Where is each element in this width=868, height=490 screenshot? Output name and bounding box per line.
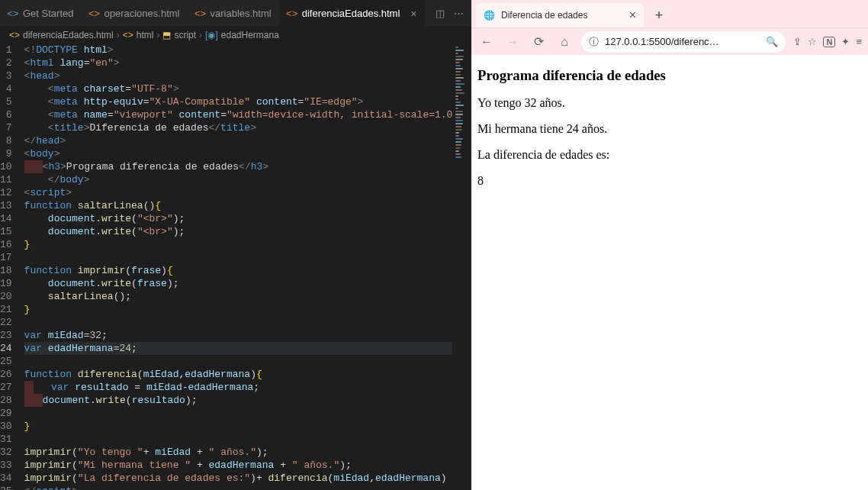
code-line[interactable]: document.write(frase); <box>24 277 453 290</box>
home-button[interactable]: ⌂ <box>555 33 574 51</box>
code-line[interactable]: <!DOCTYPE html> <box>24 44 453 56</box>
code-line[interactable]: imprimir("La diferencia de edades es:")+… <box>24 472 453 485</box>
code-line[interactable]: var miEdad=32; <box>24 329 453 342</box>
tab-label: Get Started <box>23 8 73 19</box>
browser-tab-title: Diferencia de edades <box>501 10 587 21</box>
code-line[interactable]: <script> <box>24 186 453 199</box>
code-line[interactable]: <title>Diferencia de edades</title> <box>24 121 453 134</box>
html-icon: <> <box>88 8 99 19</box>
vscode-editor: <>Get Started<>operaciones.html<>variabl… <box>0 0 471 490</box>
close-icon[interactable]: × <box>410 8 416 20</box>
code-line[interactable] <box>24 355 453 368</box>
script-icon: ⬒ <box>162 30 171 40</box>
code-line[interactable]: <html lang="en"> <box>24 56 453 69</box>
new-tab-button[interactable]: + <box>648 8 670 24</box>
page-text: La diferencia de edades es: <box>477 148 862 162</box>
code-line[interactable]: <meta charset="UTF-8"> <box>24 82 453 95</box>
menu-icon[interactable]: ≡ <box>856 36 862 47</box>
code-line[interactable]: <head> <box>24 69 453 82</box>
code-line[interactable] <box>24 251 453 264</box>
code-line[interactable]: imprimir("Yo tengo "+ miEdad + " años.")… <box>24 446 453 459</box>
split-editor-icon[interactable]: ◫ <box>436 8 445 19</box>
code-line[interactable] <box>24 407 453 420</box>
code-line[interactable] <box>24 316 453 329</box>
star-icon[interactable]: ☆ <box>808 36 817 47</box>
code-line[interactable] <box>24 433 453 446</box>
code-line[interactable]: function saltarLinea(){ <box>24 199 453 212</box>
browser-tabs: 🌐 Diferencia de edades × + <box>471 0 868 27</box>
browser-page: Programa diferencia de edades Yo tengo 3… <box>471 55 868 490</box>
html-icon: <> <box>194 8 205 19</box>
code-line[interactable]: } <box>24 238 453 251</box>
editor-tab[interactable]: <>operaciones.html <box>81 0 187 27</box>
code-line[interactable]: function imprimir(frase){ <box>24 264 453 277</box>
extensions-icon[interactable]: ✦ <box>841 36 850 47</box>
page-text: Yo tengo 32 años. <box>477 96 862 110</box>
reload-button[interactable]: ⟳ <box>529 33 548 51</box>
page-text: 8 <box>477 174 862 188</box>
browser-toolbar: ← → ⟳ ⌂ ⓘ 127.0.0.1:5500/diferenc… 🔍 ⇪ ☆… <box>471 27 868 55</box>
breadcrumb-file: diferenciaEdades.html <box>23 30 114 40</box>
code-line[interactable]: function diferencia(miEdad,edadHermana){ <box>24 368 453 381</box>
html-icon: <> <box>123 30 133 40</box>
info-icon[interactable]: ⓘ <box>589 35 599 49</box>
url-bar[interactable]: ⓘ 127.0.0.1:5500/diferenc… 🔍 <box>581 31 786 53</box>
tab-label: operaciones.html <box>104 8 179 19</box>
back-button[interactable]: ← <box>477 33 496 51</box>
browser-tab[interactable]: 🌐 Diferencia de edades × <box>476 3 644 27</box>
forward-button[interactable]: → <box>503 33 522 51</box>
editor-tabs: <>Get Started<>operaciones.html<>variabl… <box>0 0 471 27</box>
tab-label: variables.html <box>210 8 271 19</box>
code-line[interactable]: var resultado = miEdad-edadHermana; <box>24 381 453 394</box>
code-line[interactable]: </body> <box>24 173 453 186</box>
code-line[interactable]: saltarLinea(); <box>24 290 453 303</box>
code-area[interactable]: <!DOCTYPE html><html lang="en"><head> <m… <box>24 44 453 490</box>
editor-tab[interactable]: <>Get Started <box>0 0 81 27</box>
html-icon: <> <box>287 8 297 19</box>
vscode-icon: <> <box>8 8 18 19</box>
code-line[interactable]: document.write("<br>"); <box>24 212 453 225</box>
globe-icon: 🌐 <box>484 10 495 21</box>
code-line[interactable]: <h3>Programa diferencia de edades</h3> <box>24 160 453 173</box>
code-line[interactable]: <meta http-equiv="X-UA-Compatible" conte… <box>24 95 453 108</box>
code-line[interactable]: </head> <box>24 134 453 147</box>
breadcrumb[interactable]: <> diferenciaEdades.html › <> html › ⬒ s… <box>0 27 471 44</box>
page-title: Programa diferencia de edades <box>477 67 862 84</box>
close-icon[interactable]: × <box>629 8 636 22</box>
tab-label: diferenciaEdades.html <box>302 8 400 19</box>
code-line[interactable]: <meta name="viewport" content="width=dev… <box>24 108 453 121</box>
code-line[interactable]: } <box>24 420 453 433</box>
file-icon: <> <box>9 30 20 40</box>
code-line[interactable]: <body> <box>24 147 453 160</box>
code-line[interactable]: document.write("<br>"); <box>24 225 453 238</box>
code-line[interactable]: var edadHermana=24; <box>24 342 453 355</box>
code-line[interactable]: } <box>24 303 453 316</box>
zoom-icon[interactable]: 🔍 <box>766 36 778 47</box>
url-text: 127.0.0.1:5500/diferenc… <box>605 36 719 47</box>
more-icon[interactable]: ⋯ <box>454 8 464 19</box>
editor-tab[interactable]: <>variables.html <box>187 0 278 27</box>
line-gutter: 1234567891011121314151617181920212223242… <box>0 44 24 490</box>
code-line[interactable]: document.write(resultado); <box>24 394 453 407</box>
code-line[interactable]: </script> <box>24 485 453 490</box>
notion-icon[interactable]: N <box>823 37 835 47</box>
code-line[interactable]: imprimir("Mi hermana tiene " + edadHerma… <box>24 459 453 472</box>
minimap[interactable] <box>452 44 471 490</box>
editor-tab[interactable]: <>diferenciaEdades.html× <box>279 0 425 27</box>
browser-window: 🌐 Diferencia de edades × + ← → ⟳ ⌂ ⓘ 127… <box>471 0 868 490</box>
share-icon[interactable]: ⇪ <box>793 36 802 47</box>
page-text: Mi hermana tiene 24 años. <box>477 122 862 136</box>
code-editor[interactable]: 1234567891011121314151617181920212223242… <box>0 44 471 490</box>
var-icon: [◉] <box>205 30 218 40</box>
